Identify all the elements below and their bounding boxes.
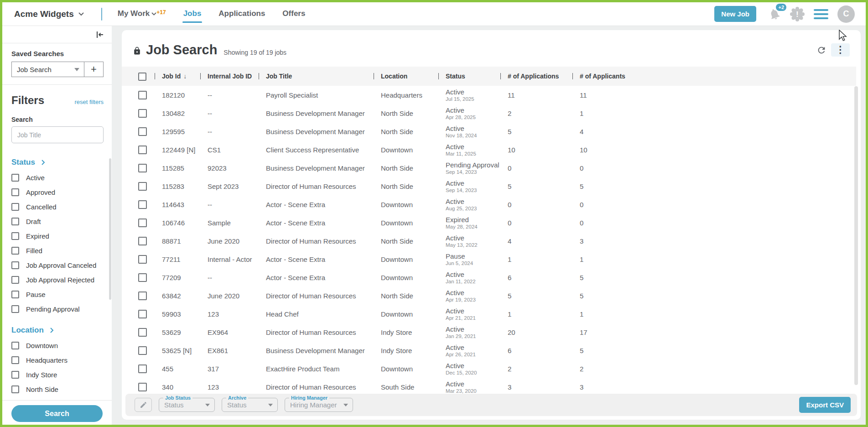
checkbox[interactable]: [11, 174, 19, 182]
cell-job-id: 115283: [155, 182, 200, 190]
select-all-checkbox[interactable]: [138, 73, 146, 81]
row-checkbox[interactable]: [138, 109, 147, 118]
column-header-job-id[interactable]: Job Id↓: [155, 73, 200, 80]
table-row[interactable]: 53625 [N] EX861 Business Development Man…: [135, 341, 861, 359]
filter-checkbox-item[interactable]: Indy Store: [11, 371, 104, 379]
cell-applicants: 5: [572, 182, 861, 190]
filter-checkbox-item[interactable]: Pending Approval: [11, 305, 104, 313]
row-checkbox[interactable]: [138, 292, 147, 300]
row-checkbox[interactable]: [138, 182, 147, 191]
tab-offers[interactable]: Offers: [282, 5, 305, 24]
company-switcher[interactable]: Acme Widgets: [14, 9, 84, 19]
row-checkbox[interactable]: [138, 219, 147, 227]
table-row[interactable]: 122449 [N] CS1 Client Success Representa…: [135, 141, 861, 159]
avatar[interactable]: C: [837, 5, 855, 23]
table-row[interactable]: 130482 -- Business Development Manager N…: [135, 104, 861, 122]
filter-checkbox-item[interactable]: Pause: [11, 291, 104, 298]
checkbox[interactable]: [11, 276, 19, 284]
checkbox[interactable]: [11, 247, 19, 255]
row-checkbox[interactable]: [138, 164, 147, 172]
checkbox[interactable]: [11, 291, 19, 298]
row-checkbox[interactable]: [138, 365, 147, 373]
row-checkbox[interactable]: [138, 237, 147, 245]
checkbox[interactable]: [11, 188, 19, 196]
row-checkbox[interactable]: [138, 127, 147, 136]
notifications-button[interactable]: +2: [768, 8, 781, 21]
filter-checkbox-item[interactable]: Draft: [11, 218, 104, 225]
hiring-manager-select[interactable]: Hiring Manager Hiring Manager: [285, 398, 353, 412]
filter-checkbox-item[interactable]: Headquarters: [11, 356, 104, 364]
cell-applications: 0: [500, 201, 572, 208]
table-row[interactable]: 182120 -- Payroll Specialist Headquarter…: [135, 86, 861, 104]
checkbox[interactable]: [11, 356, 19, 364]
job-status-select[interactable]: Job Status Status: [159, 398, 215, 412]
column-header-status[interactable]: Status: [438, 73, 500, 80]
refresh-icon[interactable]: [816, 45, 826, 55]
filter-checkbox-item[interactable]: Job Approval Canceled: [11, 261, 104, 269]
kebab-menu-icon[interactable]: ⋮: [831, 43, 850, 57]
row-checkbox[interactable]: [138, 328, 147, 337]
filter-checkbox-item[interactable]: Filled: [11, 247, 104, 255]
table-row[interactable]: 77209 -- Actor - Scene Extra Downtown Ac…: [135, 268, 861, 286]
checkbox[interactable]: [11, 385, 19, 393]
checkbox[interactable]: [11, 371, 19, 379]
tab-jobs[interactable]: Jobs: [183, 5, 202, 24]
checkbox[interactable]: [11, 261, 19, 269]
alerts-button[interactable]: !: [790, 7, 805, 21]
reset-filters-link[interactable]: reset filters: [74, 99, 104, 105]
table-row[interactable]: 63842 June 2020 Director of Human Resour…: [135, 286, 861, 305]
filter-checkbox-item[interactable]: Job Approval Rejected: [11, 276, 104, 284]
column-header-internal-job-id[interactable]: Internal Job ID: [200, 73, 259, 80]
add-saved-search-button[interactable]: +: [84, 62, 103, 77]
checkbox[interactable]: [11, 203, 19, 211]
filter-checkbox-item[interactable]: Approved: [11, 188, 104, 196]
row-checkbox[interactable]: [138, 255, 147, 264]
collapse-sidebar-icon[interactable]: [95, 30, 104, 39]
search-button[interactable]: Search: [11, 405, 103, 422]
checkbox[interactable]: [11, 305, 19, 313]
edit-button[interactable]: [135, 398, 152, 412]
tab-my-work[interactable]: My Work +17: [118, 5, 166, 24]
filter-checkbox-item[interactable]: Active: [11, 174, 104, 182]
table-row[interactable]: 88871 June 2020 Director of Human Resour…: [135, 232, 861, 250]
checkbox[interactable]: [11, 218, 19, 225]
filter-checkbox-item[interactable]: Expired: [11, 232, 104, 240]
row-checkbox[interactable]: [138, 91, 147, 99]
column-header-applications[interactable]: # of Applications: [500, 73, 572, 80]
status-section-header[interactable]: Status: [11, 158, 104, 167]
table-row[interactable]: 129595 -- Business Development Manager N…: [135, 122, 861, 141]
row-checkbox[interactable]: [138, 146, 147, 154]
table-scrollbar[interactable]: [854, 86, 858, 385]
saved-search-select[interactable]: Job Search: [12, 62, 84, 77]
table-row[interactable]: 455 317 ExactHire Product Team Downtown …: [135, 359, 861, 378]
row-checkbox[interactable]: [138, 383, 147, 391]
new-job-button[interactable]: New Job: [714, 6, 756, 22]
table-row[interactable]: 59903 123 Head Chef Downtown Active Apr …: [135, 305, 861, 323]
table-row[interactable]: 115285 92023 Business Development Manage…: [135, 159, 861, 177]
table-row[interactable]: 115283 Sept 2023 Director of Human Resou…: [135, 177, 861, 195]
checkbox[interactable]: [11, 342, 19, 349]
table-row[interactable]: 106746 Sample Actor - Scene Extra Downto…: [135, 214, 861, 232]
checkbox[interactable]: [11, 232, 19, 240]
table-row[interactable]: 77211 Internal - Actor Actor - Scene Ext…: [135, 250, 861, 268]
tab-applications[interactable]: Applications: [218, 5, 265, 24]
column-header-applicants[interactable]: # of Applicants: [572, 73, 856, 80]
table-row[interactable]: 114643 -- Actor - Scene Extra Downtown A…: [135, 195, 861, 214]
job-title-search-input[interactable]: [11, 126, 104, 143]
sidebar-scrollbar[interactable]: [109, 158, 111, 300]
filter-checkbox-item[interactable]: Cancelled: [11, 203, 104, 211]
column-header-location[interactable]: Location: [374, 73, 438, 80]
column-header-job-title[interactable]: Job Title: [259, 73, 374, 80]
table-row[interactable]: 53629 EX964 Director of Human Resources …: [135, 323, 861, 341]
row-checkbox[interactable]: [138, 200, 147, 209]
hamburger-menu-icon[interactable]: [814, 9, 828, 19]
row-checkbox[interactable]: [138, 273, 147, 282]
table-row[interactable]: 340 123 Director of Human Resources Sout…: [135, 378, 861, 394]
export-csv-button[interactable]: Export CSV: [799, 397, 851, 413]
filter-checkbox-item[interactable]: North Side: [11, 385, 104, 393]
archive-select[interactable]: Archive Status: [222, 398, 278, 412]
filter-checkbox-item[interactable]: Downtown: [11, 342, 104, 349]
location-section-header[interactable]: Location: [11, 326, 104, 335]
row-checkbox[interactable]: [138, 310, 147, 318]
row-checkbox[interactable]: [138, 346, 147, 355]
